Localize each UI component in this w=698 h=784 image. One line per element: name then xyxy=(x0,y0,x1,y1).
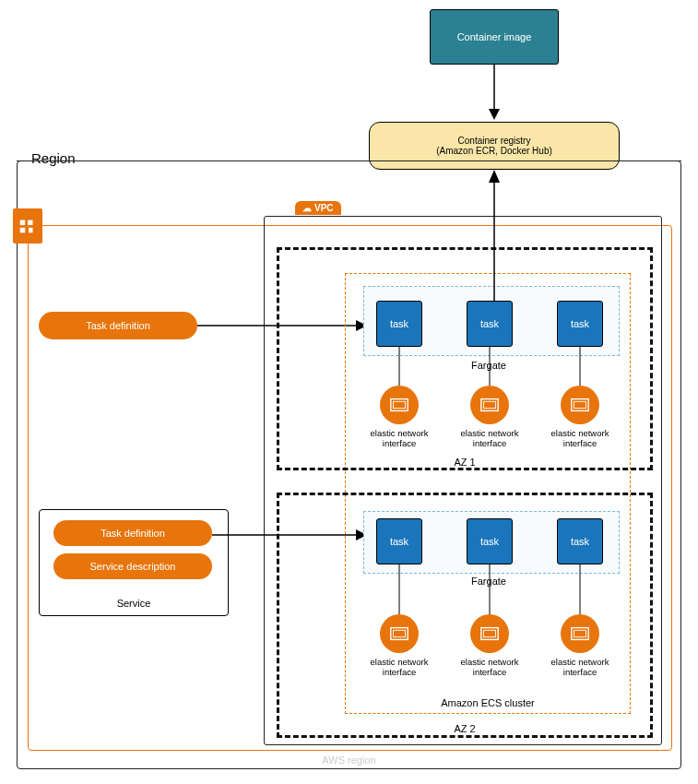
task-definition-1-label: Task definition xyxy=(86,320,150,331)
service-task-definition: Task definition xyxy=(53,520,212,546)
az1-conn-2 xyxy=(489,347,491,386)
svg-marker-1 xyxy=(489,109,500,120)
az1-conn-3 xyxy=(579,347,581,386)
task-label: task xyxy=(480,536,499,547)
vpc-badge: ☁ VPC xyxy=(295,201,341,215)
az1-eni-1 xyxy=(380,386,419,424)
az2-eni-1-label: elastic network interface xyxy=(363,657,435,678)
az1-task-2: task xyxy=(467,301,513,347)
task-label: task xyxy=(390,536,408,547)
container-image-box: Container image xyxy=(430,9,559,65)
az2-eni-1 xyxy=(380,614,419,653)
az1-eni-3-label: elastic network interface xyxy=(544,428,616,449)
container-registry-line2: (Amazon ECR, Docker Hub) xyxy=(436,146,552,156)
container-registry-line1: Container registry xyxy=(458,136,531,146)
az1-eni-1-label: elastic network interface xyxy=(363,428,435,449)
az2-label: AZ 2 xyxy=(277,723,653,734)
arrow-image-to-registry xyxy=(487,65,502,122)
container-image-label: Container image xyxy=(457,31,532,42)
svg-rect-18 xyxy=(484,401,496,408)
az1-label: AZ 1 xyxy=(277,457,653,468)
az1-eni-2 xyxy=(470,386,509,424)
service-task-definition-label: Task definition xyxy=(101,528,165,539)
aws-region-label: AWS region xyxy=(17,754,681,766)
svg-rect-29 xyxy=(574,630,586,636)
cloud-icon: ☁ xyxy=(302,203,312,213)
svg-marker-11 xyxy=(489,170,500,183)
az1-task-1: task xyxy=(376,301,422,347)
svg-rect-4 xyxy=(20,228,26,233)
az2-task-3: task xyxy=(557,518,603,564)
az2-eni-2-label: elastic network interface xyxy=(454,657,526,678)
vpc-label: VPC xyxy=(314,203,334,213)
az2-eni-2 xyxy=(470,614,509,653)
service-description-label: Service description xyxy=(90,561,176,572)
svg-rect-27 xyxy=(484,630,496,636)
az1-eni-3 xyxy=(561,386,599,424)
arrow-task-to-registry xyxy=(391,170,511,301)
az2-eni-3-label: elastic network interface xyxy=(544,657,616,678)
az1-conn-1 xyxy=(398,347,400,386)
task-label: task xyxy=(571,318,589,329)
task-label: task xyxy=(480,318,499,329)
az2-conn-2 xyxy=(489,564,491,614)
task-definition-1: Task definition xyxy=(39,312,197,339)
svg-rect-20 xyxy=(574,401,586,408)
svg-rect-25 xyxy=(394,630,406,636)
service-label: Service xyxy=(39,598,229,609)
az1-task-3: task xyxy=(557,301,603,347)
az2-task-1: task xyxy=(376,518,422,564)
az1-eni-2-label: elastic network interface xyxy=(454,428,526,449)
az2-task-2: task xyxy=(467,518,513,564)
task-label: task xyxy=(571,536,589,547)
task-label: task xyxy=(390,318,408,329)
service-description: Service description xyxy=(53,553,212,579)
az2-conn-1 xyxy=(398,564,400,614)
svg-rect-16 xyxy=(394,401,406,408)
az2-eni-3 xyxy=(561,614,599,653)
az2-conn-3 xyxy=(579,564,581,614)
svg-rect-2 xyxy=(20,220,26,226)
cluster-label: Amazon ECS cluster xyxy=(345,697,631,708)
